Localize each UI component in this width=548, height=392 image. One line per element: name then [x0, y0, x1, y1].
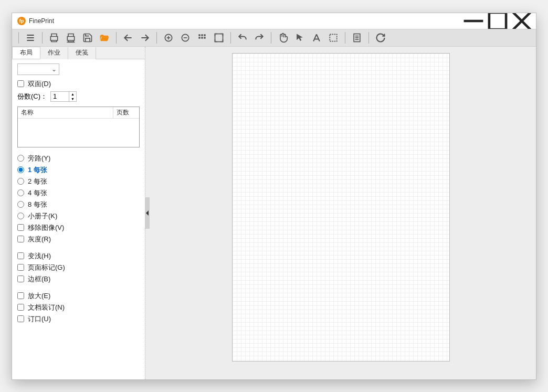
binding-checkbox[interactable] — [17, 304, 24, 311]
zoom-out-icon[interactable] — [178, 30, 193, 45]
toolbar-separator — [230, 32, 231, 44]
copies-spinner[interactable]: 1 ▲ ▼ — [50, 91, 77, 102]
svg-rect-17 — [204, 37, 205, 38]
printer-settings-icon[interactable] — [64, 30, 78, 45]
maximize-button[interactable] — [486, 13, 510, 29]
lighten-checkbox[interactable] — [17, 252, 24, 259]
duplex-checkbox[interactable] — [17, 80, 24, 87]
close-button[interactable] — [510, 13, 534, 29]
toolbar-separator — [116, 32, 117, 44]
document-list[interactable]: 名称 页数 — [17, 107, 140, 147]
svg-rect-19 — [330, 34, 336, 41]
radio-1up[interactable] — [17, 166, 24, 173]
radio-2up[interactable] — [17, 178, 24, 185]
titlebar: fp FinePrint — [12, 13, 536, 29]
document-icon[interactable] — [350, 30, 364, 45]
back-icon[interactable] — [121, 30, 135, 45]
toolbar — [12, 29, 536, 47]
remove-images-checkbox[interactable] — [17, 224, 24, 231]
copies-value: 1 — [51, 92, 69, 101]
open-icon[interactable] — [97, 30, 112, 45]
redo-icon[interactable] — [252, 30, 267, 45]
svg-rect-18 — [215, 34, 223, 41]
radio-booklet[interactable] — [17, 213, 24, 219]
tab-layout[interactable]: 布局 — [12, 47, 40, 59]
copies-down-icon[interactable]: ▼ — [69, 97, 76, 101]
svg-rect-13 — [201, 34, 203, 36]
tab-notes[interactable]: 便笺 — [68, 47, 96, 59]
content-area: 布局 作业 便笺 双面(D) 份数(C)： 1 ▲ ▼ — [12, 47, 536, 379]
forward-icon[interactable] — [138, 30, 152, 45]
svg-rect-0 — [489, 13, 506, 29]
svg-rect-14 — [204, 34, 205, 36]
layout-panel: 双面(D) 份数(C)： 1 ▲ ▼ 名称 页数 — [12, 59, 145, 379]
col-pages[interactable]: 页数 — [113, 107, 139, 118]
sidebar-collapse-handle[interactable] — [145, 197, 150, 229]
pointer-icon[interactable] — [292, 30, 307, 45]
toolbar-separator — [368, 32, 369, 44]
grayscale-checkbox[interactable] — [17, 236, 24, 242]
radio-8up[interactable] — [17, 201, 24, 208]
select-area-icon[interactable] — [326, 30, 341, 45]
undo-icon[interactable] — [235, 30, 250, 45]
tab-jobs[interactable]: 作业 — [40, 47, 68, 59]
preview-area[interactable] — [145, 47, 536, 379]
enlarge-checkbox[interactable] — [17, 292, 24, 299]
gutter-checkbox[interactable] — [17, 315, 24, 322]
copies-up-icon[interactable]: ▲ — [69, 92, 76, 97]
svg-rect-16 — [201, 37, 203, 38]
radio-bypass[interactable] — [17, 155, 24, 162]
col-name[interactable]: 名称 — [18, 107, 113, 118]
preset-dropdown[interactable] — [17, 63, 59, 75]
duplex-checkbox-row: 双面(D) — [17, 78, 140, 90]
toolbar-separator — [156, 32, 157, 44]
duplex-label: 双面(D) — [28, 79, 51, 89]
hand-icon[interactable] — [276, 30, 290, 45]
svg-rect-12 — [198, 34, 200, 36]
toolbar-separator — [18, 32, 19, 44]
document-list-header: 名称 页数 — [18, 107, 139, 119]
grid-view-icon[interactable] — [195, 30, 209, 45]
copies-label: 份数(C)： — [17, 92, 47, 101]
print-icon[interactable] — [47, 30, 61, 45]
toolbar-separator — [271, 32, 271, 44]
page-marks-checkbox[interactable] — [17, 264, 24, 271]
sidebar: 布局 作业 便笺 双面(D) 份数(C)： 1 ▲ ▼ — [12, 47, 145, 379]
refresh-icon[interactable] — [373, 30, 388, 45]
radio-4up[interactable] — [17, 189, 24, 196]
save-icon[interactable] — [80, 30, 95, 45]
app-icon: fp — [17, 17, 26, 25]
text-icon[interactable] — [309, 30, 324, 45]
zoom-in-icon[interactable] — [161, 30, 176, 45]
app-title: FinePrint — [29, 17, 54, 25]
border-checkbox[interactable] — [17, 276, 24, 282]
preview-page — [232, 53, 450, 362]
svg-rect-15 — [198, 37, 200, 38]
toolbar-separator — [42, 32, 43, 44]
menu-icon[interactable] — [23, 30, 38, 45]
minimize-button[interactable] — [461, 13, 486, 29]
fit-icon[interactable] — [212, 30, 226, 45]
toolbar-separator — [345, 32, 345, 44]
app-window: fp FinePrint — [12, 13, 536, 380]
sidebar-tabs: 布局 作业 便笺 — [12, 47, 145, 59]
